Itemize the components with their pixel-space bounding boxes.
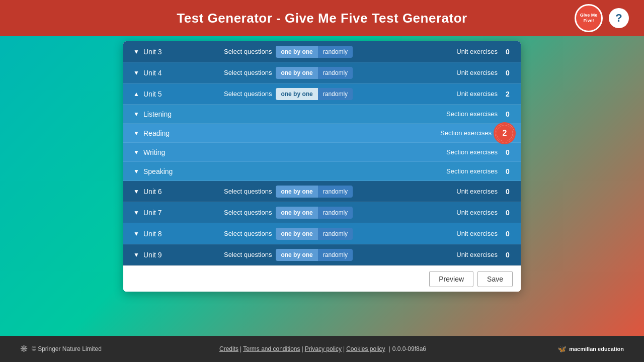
unit6-name: Unit 6 (143, 188, 224, 196)
section-row-reading: ▼ Reading Section exercises 2 (123, 124, 521, 143)
unit6-random-btn[interactable]: randomly (318, 186, 353, 198)
listening-name: Listening (143, 110, 224, 118)
reading-exercises-label: Section exercises (440, 129, 492, 137)
speaking-chevron[interactable]: ▼ (131, 166, 141, 176)
macmillan-text: macmillan education (569, 346, 624, 352)
unit5-random-btn[interactable]: randomly (318, 88, 353, 100)
writing-count: 0 (503, 148, 513, 156)
listening-chevron[interactable]: ▼ (131, 109, 141, 119)
unit-row-unit9: ▼ Unit 9 Select questions one by one ran… (123, 244, 521, 265)
unit4-btn-group: one by one randomly (276, 67, 353, 79)
footer-right: 🦋 macmillan education (557, 345, 624, 353)
unit7-obo-btn[interactable]: one by one (276, 207, 317, 219)
help-button[interactable]: ? (609, 8, 629, 28)
unit5-exercises-label: Unit exercises (456, 90, 498, 98)
unit8-exercises-label: Unit exercises (456, 230, 498, 237)
section-row-listening: ▼ Listening Section exercises 0 (123, 105, 521, 124)
section-row-writing: ▼ Writing Section exercises 0 (123, 143, 521, 162)
unit-row-unit7: ▼ Unit 7 Select questions one by one ran… (123, 202, 521, 223)
unit9-btn-group: one by one randomly (276, 249, 353, 261)
unit9-exercises-label: Unit exercises (456, 251, 498, 258)
unit8-obo-btn[interactable]: one by one (276, 228, 317, 240)
give-me-five-logo: Give MeFive! (575, 4, 603, 32)
unit4-count: 0 (503, 69, 513, 77)
unit4-chevron[interactable]: ▼ (131, 68, 141, 78)
cookies-link[interactable]: Cookies policy (346, 345, 385, 352)
reading-count: 2 (497, 125, 513, 141)
unit6-chevron[interactable]: ▼ (131, 187, 141, 197)
speaking-count: 0 (503, 167, 513, 175)
terms-link[interactable]: Terms and conditions (243, 345, 300, 352)
unit9-name: Unit 9 (143, 251, 224, 259)
unit5-name: Unit 5 (143, 90, 224, 98)
speaking-exercises-label: Section exercises (446, 167, 498, 175)
unit7-random-btn[interactable]: randomly (318, 207, 353, 219)
unit8-name: Unit 8 (143, 230, 224, 238)
footer-left: ❋ © Springer Nature Limited (20, 343, 102, 354)
reading-chevron[interactable]: ▼ (131, 128, 141, 138)
writing-name: Writing (143, 148, 224, 156)
unit9-obo-btn[interactable]: one by one (276, 249, 317, 261)
unit8-chevron[interactable]: ▼ (131, 229, 141, 239)
unit8-btn-group: one by one randomly (276, 228, 353, 240)
macmillan-logo-icon: 🦋 (557, 345, 566, 353)
unit3-select-label: Select questions (224, 48, 272, 55)
unit6-select-label: Select questions (224, 188, 272, 195)
copyright-text: © Springer Nature Limited (32, 345, 102, 352)
unit4-name: Unit 4 (143, 69, 224, 77)
header: Test Generator - Give Me Five Test Gener… (0, 0, 644, 36)
unit4-select-label: Select questions (224, 69, 272, 76)
unit5-obo-btn[interactable]: one by one (276, 88, 317, 100)
writing-chevron[interactable]: ▼ (131, 147, 141, 157)
unit-row-unit3: ▼ Unit 3 Select questions one by one ran… (123, 41, 521, 62)
unit8-select-label: Select questions (224, 230, 272, 237)
unit7-chevron[interactable]: ▼ (131, 208, 141, 218)
unit6-obo-btn[interactable]: one by one (276, 186, 317, 198)
springer-logo-icon: ❋ (20, 343, 28, 354)
version-text: | (389, 345, 390, 352)
section-row-speaking: ▼ Speaking Section exercises 0 (123, 162, 521, 181)
writing-exercises-label: Section exercises (446, 148, 498, 156)
unit3-name: Unit 3 (143, 48, 224, 56)
unit3-count: 0 (503, 48, 513, 56)
credits-link[interactable]: Credits (219, 345, 238, 352)
unit9-chevron[interactable]: ▼ (131, 250, 141, 260)
unit6-btn-group: one by one randomly (276, 186, 353, 198)
unit-row-unit8: ▼ Unit 8 Select questions one by one ran… (123, 223, 521, 244)
unit7-name: Unit 7 (143, 209, 224, 217)
footer: ❋ © Springer Nature Limited Credits| Ter… (0, 336, 644, 362)
unit3-obo-btn[interactable]: one by one (276, 46, 317, 58)
unit9-count: 0 (503, 251, 513, 259)
unit4-obo-btn[interactable]: one by one (276, 67, 317, 79)
unit5-btn-group: one by one randomly (276, 88, 353, 100)
unit3-chevron[interactable]: ▼ (131, 47, 141, 57)
unit6-count: 0 (503, 188, 513, 196)
preview-button[interactable]: Preview (429, 271, 473, 287)
unit3-btn-group: one by one randomly (276, 46, 353, 58)
unit-row-unit6: ▼ Unit 6 Select questions one by one ran… (123, 181, 521, 202)
listening-exercises-label: Section exercises (446, 110, 498, 118)
unit9-select-label: Select questions (224, 251, 272, 258)
bottom-bar: Preview Save (123, 265, 521, 292)
unit7-select-label: Select questions (224, 209, 272, 216)
main-content: ▼ Unit 3 Select questions one by one ran… (0, 36, 644, 336)
unit7-exercises-label: Unit exercises (456, 209, 498, 216)
footer-links: Credits| Terms and conditions| Privacy p… (218, 345, 426, 352)
privacy-link[interactable]: Privacy policy (305, 345, 342, 352)
unit7-btn-group: one by one randomly (276, 207, 353, 219)
unit8-count: 0 (503, 230, 513, 238)
listening-count: 0 (503, 110, 513, 118)
reading-name: Reading (143, 129, 224, 137)
save-button[interactable]: Save (477, 271, 513, 287)
unit8-random-btn[interactable]: randomly (318, 228, 353, 240)
unit6-exercises-label: Unit exercises (456, 188, 498, 195)
units-panel: ▼ Unit 3 Select questions one by one ran… (123, 41, 521, 292)
unit3-random-btn[interactable]: randomly (318, 46, 353, 58)
speaking-name: Speaking (143, 167, 224, 175)
unit9-random-btn[interactable]: randomly (318, 249, 353, 261)
unit4-random-btn[interactable]: randomly (318, 67, 353, 79)
version-number: 0.0.0-09f8a6 (392, 345, 426, 352)
unit3-exercises-label: Unit exercises (456, 48, 498, 55)
unit5-chevron[interactable]: ▲ (131, 89, 141, 99)
page-title: Test Generator - Give Me Five Test Gener… (177, 11, 467, 26)
